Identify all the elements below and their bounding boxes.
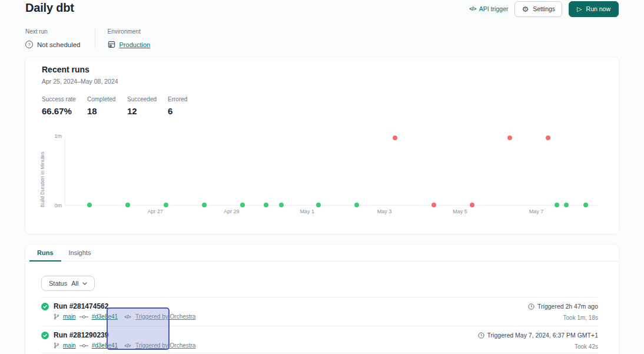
commit-icon <box>79 343 88 348</box>
status-filter-value: All <box>71 280 78 287</box>
chart-point-error[interactable] <box>470 203 474 207</box>
branch-link[interactable]: main <box>63 313 76 320</box>
code-icon: </> <box>469 6 476 12</box>
code-icon: </> <box>124 343 131 349</box>
chart-point-success[interactable] <box>87 203 92 207</box>
run-duration: Took 1m, 18s <box>563 315 598 321</box>
clock-icon <box>478 332 484 339</box>
stat-succeeded: Succeeded 12 <box>127 96 168 116</box>
status-filter[interactable]: Status All <box>41 276 95 291</box>
git-branch-icon <box>54 342 59 349</box>
api-trigger-label: API trigger <box>479 5 509 12</box>
run-row[interactable]: Run #281474562 main #d3e8e41 <box>41 297 598 326</box>
chart-x-tick: May 7 <box>529 209 544 214</box>
chart-x-ticks: Apr 27Apr 29May 1May 3May 5May 7 <box>65 209 597 216</box>
chart-x-tick: Apr 27 <box>148 209 164 214</box>
run-success-icon <box>41 332 49 339</box>
chart-point-error[interactable] <box>393 135 397 140</box>
chart-point-error[interactable] <box>431 203 436 207</box>
settings-label: Settings <box>533 5 555 12</box>
chart-point-error[interactable] <box>507 135 512 140</box>
commit-link[interactable]: #d3e8e41 <box>92 342 118 349</box>
page-title: Daily dbt <box>25 1 74 15</box>
stat-completed: Completed 18 <box>87 96 127 116</box>
chart-point-success[interactable] <box>125 203 130 207</box>
chart-plot <box>65 136 597 206</box>
git-branch-icon <box>54 313 59 320</box>
stat-success-rate: Success rate 66.67% <box>42 96 87 116</box>
branch-link[interactable]: main <box>63 342 76 349</box>
gear-icon: ⚙ <box>522 5 529 13</box>
play-icon: ▷ <box>577 6 582 12</box>
commit-link[interactable]: #d3e8e41 <box>92 313 118 320</box>
chart-point-success[interactable] <box>279 203 284 207</box>
chart-x-tick: May 3 <box>377 209 392 214</box>
next-run-value: Not scheduled <box>37 41 81 48</box>
commit-icon <box>79 315 88 319</box>
chevron-down-icon <box>82 282 87 285</box>
chart-point-error[interactable] <box>546 135 550 140</box>
triggered-time: Triggered 2h 47m ago <box>537 303 598 310</box>
chart-point-success[interactable] <box>564 203 569 207</box>
clock-icon <box>528 303 535 310</box>
runs-card: Runs Insights Status All Run #281474562 <box>25 244 619 354</box>
run-title[interactable]: Run #281474562 <box>54 302 195 310</box>
tab-runs[interactable]: Runs <box>29 244 61 262</box>
environment-link[interactable]: Production <box>119 41 151 48</box>
chart-x-tick: May 1 <box>300 209 315 214</box>
run-stats: Success rate 66.67% Completed 18 Succeed… <box>42 96 187 116</box>
chart-point-success[interactable] <box>555 203 559 207</box>
tab-insights[interactable]: Insights <box>61 244 99 261</box>
settings-button[interactable]: ⚙ Settings <box>514 1 562 17</box>
chart-point-success[interactable] <box>583 203 588 207</box>
chart-point-success[interactable] <box>316 203 321 207</box>
chart-x-tick: Apr 29 <box>224 209 240 214</box>
chart-point-success[interactable] <box>164 203 168 207</box>
chart-x-tick: May 5 <box>453 209 467 214</box>
trigger-source-link[interactable]: Triggered by Orchestra <box>135 313 195 320</box>
stat-errored: Errored 6 <box>168 96 187 116</box>
chart-y-axis-label: Build Duration in Minutes <box>39 138 45 207</box>
header-actions: </> API trigger ⚙ Settings ▷ Run now <box>469 1 619 17</box>
run-duration: Took 42s <box>575 343 598 350</box>
run-success-icon <box>41 303 49 310</box>
chart-point-success[interactable] <box>202 203 207 207</box>
run-now-label: Run now <box>586 5 610 12</box>
environment-block: Environment Production <box>95 28 151 48</box>
next-run-block: Next run ? Not scheduled <box>25 28 95 48</box>
chart-y-tick: 0m <box>48 203 62 209</box>
chart-point-success[interactable] <box>240 203 245 207</box>
run-now-button[interactable]: ▷ Run now <box>569 1 619 17</box>
triggered-time: Triggered May 7, 2024, 6:37 PM GMT+1 <box>487 332 598 339</box>
chart-y-tick: 1m <box>48 133 62 139</box>
chart-point-success[interactable] <box>264 203 268 207</box>
trigger-source-link[interactable]: Triggered by Orchestra <box>135 342 195 349</box>
date-range: Apr 25, 2024–May 08, 2024 <box>42 78 118 85</box>
recent-runs-card: Recent runs Apr 25, 2024–May 08, 2024 Su… <box>25 57 619 234</box>
not-scheduled-icon: ? <box>25 41 33 48</box>
tabbar: Runs Insights <box>25 244 619 262</box>
row-divider <box>41 353 598 353</box>
chart-point-success[interactable] <box>354 203 359 207</box>
run-row[interactable]: Run #281290239 main #d3e8e41 <box>41 326 598 354</box>
code-icon: </> <box>124 314 131 320</box>
api-trigger-link[interactable]: </> API trigger <box>469 5 508 12</box>
recent-runs-title: Recent runs <box>42 65 89 74</box>
job-meta: Next run ? Not scheduled Environment Pro… <box>25 28 150 48</box>
run-title[interactable]: Run #281290239 <box>54 331 195 339</box>
environment-database-icon <box>108 41 115 48</box>
next-run-label: Next run <box>25 28 81 35</box>
environment-label: Environment <box>108 28 151 35</box>
status-filter-label: Status <box>49 280 67 287</box>
